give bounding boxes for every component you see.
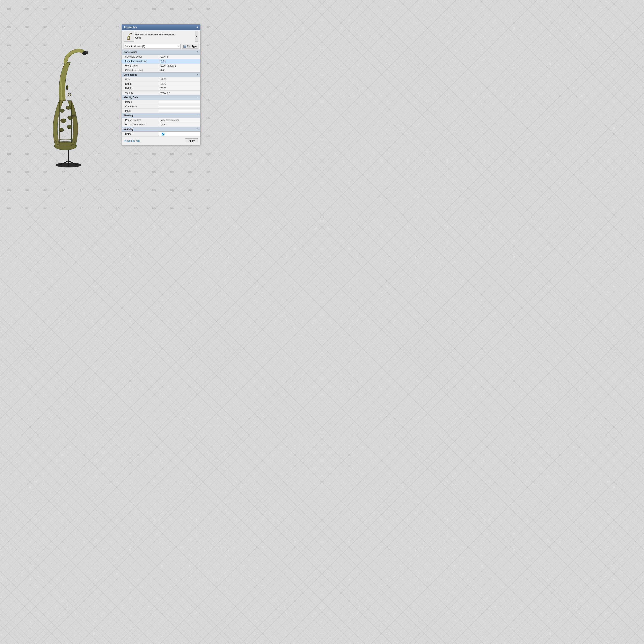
depth-row: Depth 15.43 <box>122 82 200 86</box>
phase-demolished-label: Phase Demolished <box>122 123 159 127</box>
work-plane-row: Work Plane Level : Level 1 <box>122 64 200 68</box>
offset-from-host-label: Offset from Host <box>122 68 159 72</box>
visibility-properties: Holder <box>122 132 200 137</box>
svg-point-7 <box>60 109 64 112</box>
phasing-collapse-icon: ⌃ <box>197 115 198 117</box>
mark-label: Mark <box>122 109 159 113</box>
category-row: Generic Models (1) ▾ Edit Type <box>122 43 200 50</box>
depth-value: 15.43 <box>159 82 200 86</box>
svg-rect-6 <box>85 52 88 54</box>
schedule-level-row: Schedule Level Level 1 <box>122 55 200 59</box>
constraints-collapse-icon: ⌃ <box>197 51 198 53</box>
panel-titlebar: Properties × <box>122 24 200 30</box>
mark-row: Mark <box>122 109 200 113</box>
comments-row: Comments <box>122 104 200 109</box>
offset-from-host-row: Offset from Host 0.00 <box>122 68 200 72</box>
comments-label: Comments <box>122 104 159 108</box>
svg-point-18 <box>68 93 71 96</box>
constraints-properties: Schedule Level Level 1 Elevation from Le… <box>122 55 200 72</box>
panel-footer: Properties help Apply <box>122 137 200 145</box>
svg-rect-21 <box>131 33 132 34</box>
mark-value[interactable] <box>159 110 200 111</box>
holder-label: Holder <box>122 132 159 136</box>
phasing-properties: Phase Created New Construction Phase Dem… <box>122 118 200 127</box>
properties-help-link[interactable]: Properties help <box>124 139 140 142</box>
offset-from-host-value: 0.00 <box>159 68 200 72</box>
phase-created-label: Phase Created <box>122 118 159 122</box>
height-value: 76.37 <box>159 86 200 90</box>
svg-point-11 <box>59 128 64 132</box>
phase-created-value: New Construction <box>159 118 200 122</box>
constraints-section-header[interactable]: Constraints ⌃ <box>122 50 200 55</box>
identity-data-collapse-icon: ⌃ <box>197 96 198 99</box>
svg-rect-23 <box>184 45 186 46</box>
phase-created-row: Phase Created New Construction <box>122 118 200 122</box>
svg-point-8 <box>66 106 71 109</box>
dropdown-arrow-icon: ▾ <box>178 45 180 48</box>
phasing-section-header[interactable]: Phasing ⌃ <box>122 113 200 118</box>
height-row: Height 76.37 <box>122 86 200 91</box>
type-name: RD_Music Instruments Saxophone Gold <box>135 33 194 39</box>
identity-data-properties: Image Comments Mark <box>122 100 200 113</box>
work-plane-label: Work Plane <box>122 64 159 68</box>
svg-point-12 <box>67 125 72 129</box>
holder-row: Holder <box>122 132 200 137</box>
visibility-collapse-icon: ⌃ <box>197 128 198 130</box>
volume-label: Volume <box>122 91 159 95</box>
identity-data-section-header[interactable]: Identity Data ⌃ <box>122 95 200 100</box>
image-value[interactable] <box>159 101 200 103</box>
svg-point-10 <box>68 116 73 120</box>
panel-title: Properties <box>124 26 137 29</box>
svg-rect-24 <box>184 46 186 46</box>
close-button[interactable]: × <box>196 26 198 29</box>
saxophone-illustration <box>28 46 105 171</box>
depth-label: Depth <box>122 82 159 86</box>
svg-rect-15 <box>72 115 76 116</box>
svg-rect-19 <box>66 86 68 90</box>
phase-demolished-row: Phase Demolished None <box>122 122 200 127</box>
dimensions-section-header[interactable]: Dimensions ⌃ <box>122 72 200 77</box>
holder-checkbox[interactable] <box>162 133 164 135</box>
edit-type-icon <box>183 45 186 48</box>
visibility-section-header[interactable]: Visibility ⌃ <box>122 127 200 132</box>
properties-panel: Properties × RD_Music Instruments Saxoph… <box>122 24 200 145</box>
width-label: Width <box>122 77 159 82</box>
type-thumbnail <box>124 31 134 42</box>
dimensions-properties: Width 37.63 Depth 15.43 Height 76.37 Vol… <box>122 77 200 95</box>
type-dropdown-button[interactable]: ▼ <box>195 31 198 42</box>
phase-demolished-value: None <box>159 123 200 127</box>
schedule-level-value: Level 1 <box>159 55 200 59</box>
type-selector-row: RD_Music Instruments Saxophone Gold ▼ <box>122 30 200 43</box>
width-row: Width 37.63 <box>122 77 200 82</box>
elevation-from-level-row: Elevation from Level 0.00 <box>122 59 200 64</box>
schedule-level-label: Schedule Level <box>122 55 159 59</box>
image-row: Image <box>122 100 200 104</box>
edit-type-button[interactable]: Edit Type <box>182 44 198 49</box>
work-plane-value: Level : Level 1 <box>159 64 200 68</box>
volume-value: 0.001 m³ <box>159 91 200 95</box>
dimensions-collapse-icon: ⌃ <box>197 74 198 76</box>
svg-rect-25 <box>184 47 185 47</box>
image-label: Image <box>122 100 159 104</box>
elevation-from-level-label: Elevation from Level <box>122 59 159 63</box>
apply-button[interactable]: Apply <box>185 138 198 143</box>
width-value: 37.63 <box>159 77 200 82</box>
height-label: Height <box>122 86 159 90</box>
elevation-from-level-value[interactable]: 0.00 <box>159 59 200 63</box>
category-dropdown[interactable]: Generic Models (1) ▾ <box>124 44 181 49</box>
svg-point-9 <box>61 119 66 123</box>
volume-row: Volume 0.001 m³ <box>122 91 200 95</box>
comments-value[interactable] <box>159 106 200 107</box>
